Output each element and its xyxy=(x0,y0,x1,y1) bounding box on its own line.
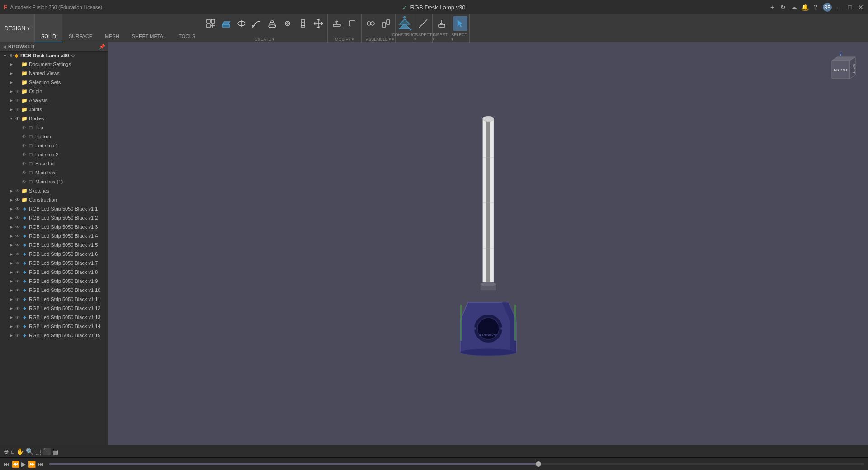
browser-collapse-icon[interactable]: ◀ xyxy=(3,44,6,49)
tree-comp-5[interactable]: 👁 ◆ RGB Led Strip 5050 Black v1:5 xyxy=(6,240,108,249)
root-eye-icon[interactable]: 👁 xyxy=(8,52,14,59)
help-btn[interactable]: ? xyxy=(812,4,819,11)
timeline-prev-btn[interactable]: ⏪ xyxy=(12,461,19,468)
close-btn[interactable]: ✕ xyxy=(857,4,864,11)
tree-comp-12[interactable]: 👁 ◆ RGB Led Strip 5050 Black v1:12 xyxy=(6,304,108,313)
joint-icon[interactable] xyxy=(363,16,378,31)
restore-btn[interactable]: □ xyxy=(846,4,854,11)
construction-eye[interactable]: 👁 xyxy=(14,197,21,203)
tree-comp-14[interactable]: 👁 ◆ RGB Led Strip 5050 Black v1:14 xyxy=(6,322,108,331)
assemble-icon[interactable] xyxy=(379,16,393,31)
tree-comp-6[interactable]: 👁 ◆ RGB Led Strip 5050 Black v1:6 xyxy=(6,249,108,258)
viewport[interactable]: Z FRONT RIGHT xyxy=(108,42,868,445)
comp6-eye[interactable]: 👁 xyxy=(14,251,21,257)
sweep-icon[interactable] xyxy=(250,16,264,31)
timeline-go-start-btn[interactable]: ⏮ xyxy=(4,461,10,468)
orbit-icon[interactable]: ⊕ xyxy=(4,448,9,455)
analysis-eye[interactable]: 👁 xyxy=(14,97,21,103)
body-bottom-eye[interactable]: 👁 xyxy=(21,133,27,140)
grid-icon[interactable]: ▦ xyxy=(52,448,58,455)
origin-eye[interactable]: 👁 xyxy=(14,88,21,94)
offset-plane-icon[interactable]: ▾ xyxy=(397,16,412,31)
tree-comp-13[interactable]: 👁 ◆ RGB Led Strip 5050 Black v1:13 xyxy=(6,313,108,322)
refresh-btn[interactable]: ↻ xyxy=(779,4,787,11)
tree-body-top[interactable]: 👁 □ Top xyxy=(13,123,108,132)
tab-surface[interactable]: SURFACE xyxy=(62,14,99,42)
tree-comp-1[interactable]: 👁 ◆ RGB Led Strip 5050 Black v1:1 xyxy=(6,204,108,213)
timeline-play-btn[interactable]: ▶ xyxy=(21,461,26,468)
tree-comp-8[interactable]: 👁 ◆ RGB Led Strip 5050 Black v1:8 xyxy=(6,268,108,277)
comp5-eye[interactable]: 👁 xyxy=(14,242,21,248)
notification-btn[interactable]: 🔔 xyxy=(801,4,808,11)
comp9-eye[interactable]: 👁 xyxy=(14,278,21,284)
revolve-icon[interactable] xyxy=(234,16,249,31)
pan-icon[interactable]: ✋ xyxy=(16,448,24,455)
user-avatar[interactable]: RP xyxy=(823,3,832,12)
body-top-eye[interactable]: 👁 xyxy=(21,124,27,131)
new-tab-btn[interactable]: + xyxy=(769,4,776,11)
tree-selection-sets[interactable]: 📁 Selection Sets xyxy=(6,78,108,87)
home-view-icon[interactable]: ⌂ xyxy=(11,448,14,455)
tree-body-led1[interactable]: 👁 □ Led strip 1 xyxy=(13,141,108,150)
tree-body-led2[interactable]: 👁 □ Led strip 2 xyxy=(13,150,108,159)
tree-joints[interactable]: 👁 📁 Joints xyxy=(6,105,108,114)
sketches-eye[interactable]: 👁 xyxy=(14,188,21,194)
tree-body-mainbox[interactable]: 👁 □ Main box xyxy=(13,168,108,177)
comp11-eye[interactable]: 👁 xyxy=(14,296,21,302)
hole-icon[interactable] xyxy=(280,16,295,31)
body-mainbox1-eye[interactable]: 👁 xyxy=(21,179,27,185)
body-led2-eye[interactable]: 👁 xyxy=(21,151,27,158)
extrude-icon[interactable] xyxy=(219,16,233,31)
comp10-eye[interactable]: 👁 xyxy=(14,287,21,293)
comp15-eye[interactable]: 👁 xyxy=(14,332,21,338)
tree-root[interactable]: 👁 ◆ RGB Desk Lamp v30 ⚙ xyxy=(0,52,108,60)
tree-comp-3[interactable]: 👁 ◆ RGB Led Strip 5050 Black v1:3 xyxy=(6,222,108,231)
body-baselid-eye[interactable]: 👁 xyxy=(21,160,27,167)
move-copy-icon[interactable] xyxy=(311,16,326,31)
comp7-eye[interactable]: 👁 xyxy=(14,260,21,266)
tree-comp-9[interactable]: 👁 ◆ RGB Led Strip 5050 Black v1:9 xyxy=(6,277,108,286)
comp3-eye[interactable]: 👁 xyxy=(14,224,21,230)
measure-icon[interactable] xyxy=(416,16,430,31)
tree-origin[interactable]: 👁 📁 Origin xyxy=(6,87,108,96)
zoom-in-icon[interactable]: 🔍 xyxy=(26,448,33,455)
comp2-eye[interactable]: 👁 xyxy=(14,215,21,221)
tree-body-mainbox1[interactable]: 👁 □ Main box (1) xyxy=(13,177,108,186)
view-cube[interactable]: Z FRONT RIGHT xyxy=(823,52,859,88)
comp13-eye[interactable]: 👁 xyxy=(14,314,21,320)
tree-named-views[interactable]: 📁 Named Views xyxy=(6,69,108,78)
joints-eye[interactable]: 👁 xyxy=(14,106,21,113)
tree-comp-11[interactable]: 👁 ◆ RGB Led Strip 5050 Black v1:11 xyxy=(6,295,108,304)
comp4-eye[interactable]: 👁 xyxy=(14,233,21,239)
body-mainbox-eye[interactable]: 👁 xyxy=(21,169,27,176)
loft-icon[interactable] xyxy=(265,16,279,31)
tree-analysis[interactable]: 👁 📁 Analysis xyxy=(6,96,108,105)
minimize-btn[interactable]: – xyxy=(835,4,843,11)
timeline-bar[interactable] xyxy=(49,463,864,465)
tree-comp-7[interactable]: 👁 ◆ RGB Led Strip 5050 Black v1:7 xyxy=(6,258,108,268)
tree-construction[interactable]: 👁 📁 Construction xyxy=(6,195,108,204)
tree-doc-settings[interactable]: 📁 Document Settings xyxy=(6,60,108,69)
tree-body-baselid[interactable]: 👁 □ Base Lid xyxy=(13,159,108,168)
new-component-icon[interactable] xyxy=(203,16,218,31)
timeline-scrubber[interactable] xyxy=(536,461,541,467)
tab-solid[interactable]: SOLID xyxy=(35,14,62,42)
tab-mesh[interactable]: MESH xyxy=(99,14,126,42)
tree-bodies[interactable]: 👁 📁 Bodies xyxy=(6,114,108,123)
zoom-fit-icon[interactable]: ⬚ xyxy=(35,448,41,455)
tree-comp-15[interactable]: 👁 ◆ RGB Led Strip 5050 Black v1:15 xyxy=(6,331,108,340)
timeline-next-btn[interactable]: ⏩ xyxy=(28,461,36,468)
thread-icon[interactable] xyxy=(296,16,310,31)
tab-sheet-metal[interactable]: SHEET METAL xyxy=(126,14,172,42)
design-mode-btn[interactable]: DESIGN ▾ xyxy=(0,14,35,42)
comp14-eye[interactable]: 👁 xyxy=(14,323,21,329)
tree-comp-2[interactable]: 👁 ◆ RGB Led Strip 5050 Black v1:2 xyxy=(6,213,108,222)
bodies-eye[interactable]: 👁 xyxy=(14,115,21,122)
tree-comp-4[interactable]: 👁 ◆ RGB Led Strip 5050 Black v1:4 xyxy=(6,231,108,240)
tree-body-bottom[interactable]: 👁 □ Bottom xyxy=(13,132,108,141)
comp12-eye[interactable]: 👁 xyxy=(14,305,21,311)
fillet-icon[interactable] xyxy=(345,16,359,31)
comp1-eye[interactable]: 👁 xyxy=(14,206,21,212)
comp8-eye[interactable]: 👁 xyxy=(14,269,21,275)
display-mode-icon[interactable]: ⬛ xyxy=(43,448,51,455)
